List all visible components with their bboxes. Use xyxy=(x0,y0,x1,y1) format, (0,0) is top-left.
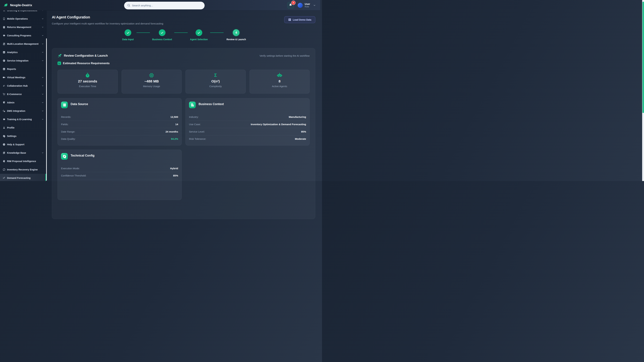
sidebar-scrollbar[interactable] xyxy=(46,38,47,181)
sidebar-item-label: Analytics xyxy=(7,51,18,54)
sidebar-item-label: Knowledge Base xyxy=(7,151,26,154)
card-title: Technical Config xyxy=(70,154,94,157)
sidebar-item-service-integration[interactable]: Service Integration xyxy=(0,57,47,64)
row-value: 12,500 xyxy=(170,115,178,118)
sidebar-item-training-e-learning[interactable]: Training & E-Learning xyxy=(0,116,47,123)
sidebar-item-ordering-replenishment[interactable]: Ordering & Replenishment xyxy=(0,10,47,14)
sigma-icon: Σ xyxy=(214,73,217,78)
check-icon xyxy=(196,29,202,36)
sidebar-item-inventory-recovery-engine[interactable]: Inventory Recovery Engine xyxy=(0,166,47,173)
step-label: Review & Launch xyxy=(226,38,246,41)
sidebar-item-virtual-meetings[interactable]: Virtual Meetings xyxy=(0,74,47,81)
notification-badge: 4 xyxy=(292,1,295,4)
card-row: Industry:Manufacturing xyxy=(189,113,306,121)
server-icon xyxy=(61,102,68,108)
row-label: Risk Tolerance: xyxy=(189,137,206,140)
sidebar-item-mobile-operations[interactable]: Mobile Operations xyxy=(0,15,47,22)
card-data-source: Data SourceRecords:12,500Fields:14Date R… xyxy=(58,98,182,145)
sidebar-item-demand-forecasting[interactable]: Demand Forecasting xyxy=(0,174,47,181)
step-business-context[interactable]: Business Context xyxy=(152,29,172,41)
sidebar-item-profile[interactable]: Profile xyxy=(0,124,47,131)
robot-icon xyxy=(277,73,282,78)
stat-card-memory-usage: ~488 MBMemory Usage xyxy=(122,70,182,93)
avatar xyxy=(298,3,303,8)
head-gear-icon xyxy=(3,160,5,163)
book-icon xyxy=(3,151,5,154)
chevron-down-icon xyxy=(42,85,44,87)
review-panel: Review Configuration & Launch Verify set… xyxy=(52,48,315,181)
sidebar-item-label: Multi-Location Management xyxy=(7,42,38,45)
gear-icon xyxy=(3,135,5,137)
notifications-button[interactable]: 4 xyxy=(287,2,294,9)
rocket-icon xyxy=(58,54,62,58)
stat-label: Memory Usage xyxy=(143,85,160,88)
search-input[interactable]: Search anything... xyxy=(124,2,204,9)
sidebar-item-returns-management[interactable]: Returns Management xyxy=(0,23,47,31)
row-label: Fields: xyxy=(61,123,68,126)
sidebar-item-settings[interactable]: Settings xyxy=(0,132,47,140)
brand-logo[interactable]: Nexgile-Dealrix xyxy=(4,0,32,10)
technical-card-slot: Technical ConfigExecution Mode:HybridCon… xyxy=(58,150,310,181)
review-hint: Verify settings before starting the AI w… xyxy=(260,54,310,57)
chevron-down-icon xyxy=(313,4,316,7)
row-label: Service Level: xyxy=(189,130,205,133)
sidebar-item-reports[interactable]: Reports xyxy=(0,65,47,73)
sidebar-item-label: DMS Integration xyxy=(7,110,25,112)
stat-card-complexity: ΣO(n²)Complexity xyxy=(186,70,246,93)
check-icon xyxy=(159,29,166,36)
user-menu[interactable]: User Role xyxy=(298,2,316,8)
sidebar-item-consulting-programs[interactable]: Consulting Programs xyxy=(0,32,47,39)
bell-icon xyxy=(289,3,292,7)
cloud-sync-icon xyxy=(3,110,5,112)
row-label: Industry: xyxy=(189,115,199,118)
wrench-circle-icon xyxy=(3,59,5,62)
row-value: Inventory Optimization & Demand Forecast… xyxy=(251,123,306,126)
sidebar-item-dms-integration[interactable]: DMS Integration xyxy=(0,107,47,115)
row-value: 14 xyxy=(175,123,178,126)
summary-cards-grid: Data SourceRecords:12,500Fields:14Date R… xyxy=(58,98,310,145)
review-header-row: Review Configuration & Launch Verify set… xyxy=(58,54,310,58)
sidebar: Ordering & ReplenishmentMobile Operation… xyxy=(0,10,47,181)
stat-value: 8 xyxy=(278,79,280,83)
trending-sparkle-icon xyxy=(3,177,5,179)
clipboard-return-icon xyxy=(3,26,5,28)
user-role: Role xyxy=(305,5,310,8)
sidebar-item-label: RIM Proposal Intelligence xyxy=(7,160,36,163)
store-icon xyxy=(3,42,5,45)
stat-value: ~488 MB xyxy=(144,79,159,83)
sidebar-item-label: Admin xyxy=(7,101,14,104)
search-placeholder: Search anything... xyxy=(132,4,153,7)
review-title: Review Configuration & Launch xyxy=(64,54,108,57)
sidebar-item-admin[interactable]: Admin xyxy=(0,99,47,106)
cpu-icon xyxy=(149,73,154,78)
step-agent-selection[interactable]: Agent Selection xyxy=(190,29,208,41)
shield-user-icon xyxy=(3,101,5,104)
chevron-down-icon xyxy=(42,51,44,53)
graduation-cap-icon xyxy=(3,34,5,37)
row-value: Moderate xyxy=(295,137,306,140)
sidebar-item-rim-proposal-intelligence[interactable]: RIM Proposal Intelligence xyxy=(0,158,47,165)
row-value: Hybrid xyxy=(170,167,178,170)
sidebar-item-analytics[interactable]: Analytics xyxy=(0,49,47,56)
step-data-input[interactable]: Data Input xyxy=(122,29,134,41)
stats-grid: 27 secondsExecution Time~488 MBMemory Us… xyxy=(58,70,310,93)
leaf-icon xyxy=(4,3,8,8)
sidebar-item-help-support[interactable]: Help & Support xyxy=(0,141,47,148)
card-row: Date Range:24 months xyxy=(61,128,178,135)
sidebar-item-e-commerce[interactable]: E-Commerce xyxy=(0,90,47,98)
sidebar-item-knowledge-base[interactable]: Knowledge Base xyxy=(0,149,47,157)
sidebar-item-label: Profile xyxy=(7,126,14,129)
sidebar-item-label: Training & E-Learning xyxy=(7,118,32,121)
video-icon xyxy=(3,76,5,79)
building-icon xyxy=(189,102,196,108)
stat-value: 27 seconds xyxy=(78,79,97,83)
check-icon xyxy=(124,29,131,36)
sidebar-item-collaboration-hub[interactable]: Collaboration Hub xyxy=(0,82,47,89)
step-label: Business Context xyxy=(152,38,172,41)
chevron-down-icon xyxy=(42,18,44,20)
step-review-launch[interactable]: 4Review & Launch xyxy=(226,29,246,41)
smartphone-icon xyxy=(3,17,5,20)
row-value: 24 months xyxy=(166,130,178,133)
sidebar-item-multi-location-management[interactable]: Multi-Location Management xyxy=(0,40,47,48)
sidebar-item-label: Ordering & Replenishment xyxy=(7,10,37,12)
